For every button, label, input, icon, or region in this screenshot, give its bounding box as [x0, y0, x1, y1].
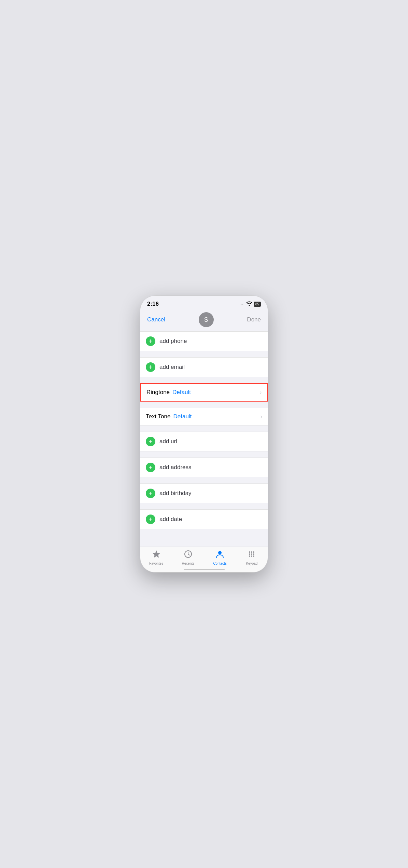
status-bar: 2:16 ···· 85: [140, 296, 268, 309]
svg-point-4: [253, 551, 254, 553]
add-email-icon: +: [146, 362, 155, 372]
add-address-row[interactable]: + add address: [140, 458, 268, 477]
add-url-icon: +: [146, 437, 155, 446]
cancel-button[interactable]: Cancel: [147, 316, 165, 323]
contacts-icon: [215, 550, 224, 561]
add-address-label: add address: [159, 464, 192, 471]
text-tone-label: Text Tone: [146, 413, 170, 420]
recents-icon: [184, 550, 193, 561]
text-tone-row[interactable]: Text Tone Default ›: [140, 408, 268, 425]
ringtone-label: Ringtone: [146, 389, 170, 396]
gap-4: [140, 425, 268, 432]
add-phone-icon: +: [146, 336, 155, 346]
gap-1: [140, 351, 268, 357]
add-date-label: add date: [159, 516, 182, 523]
bottom-spacer: [140, 529, 268, 545]
ringtone-row[interactable]: Ringtone Default ›: [141, 384, 267, 401]
svg-point-9: [251, 555, 252, 557]
signal-icon: ····: [240, 302, 245, 306]
tab-contacts[interactable]: Contacts: [204, 550, 236, 565]
tab-favorites[interactable]: Favorites: [140, 550, 172, 565]
home-indicator: [184, 569, 225, 570]
text-tone-value: Default: [173, 413, 192, 420]
gap-5: [140, 451, 268, 458]
nav-bar: Cancel S Done: [140, 309, 268, 331]
ringtone-value: Default: [172, 389, 191, 396]
text-tone-chevron: ›: [261, 414, 262, 420]
add-birthday-label: add birthday: [159, 490, 192, 497]
done-button[interactable]: Done: [247, 316, 261, 323]
recents-label: Recents: [182, 562, 195, 565]
text-tone-section: Text Tone Default ›: [140, 408, 268, 425]
ringtone-section: Ringtone Default ›: [140, 383, 268, 402]
contacts-label: Contacts: [213, 562, 226, 565]
favorites-label: Favorites: [149, 562, 163, 565]
tab-recents[interactable]: Recents: [172, 550, 204, 565]
add-phone-label: add phone: [159, 338, 187, 345]
text-tone-left: Text Tone Default: [146, 413, 192, 420]
gap-3: [140, 402, 268, 408]
add-birthday-row[interactable]: + add birthday: [140, 484, 268, 503]
gap-2: [140, 377, 268, 383]
svg-point-5: [249, 553, 250, 555]
main-content: + add phone + add email Ringtone Default…: [140, 331, 268, 545]
svg-point-3: [251, 551, 252, 553]
add-birthday-icon: +: [146, 489, 155, 498]
svg-point-1: [218, 551, 222, 554]
add-address-icon: +: [146, 463, 155, 472]
add-date-row[interactable]: + add date: [140, 510, 268, 529]
svg-point-7: [253, 553, 254, 555]
keypad-icon: [247, 550, 256, 561]
add-url-row[interactable]: + add url: [140, 432, 268, 451]
phone-frame: 2:16 ···· 85 Cancel S Done + add phone: [140, 295, 268, 573]
svg-point-8: [249, 555, 250, 557]
wifi-icon: [247, 301, 252, 307]
svg-point-10: [253, 555, 254, 557]
svg-point-6: [251, 553, 252, 555]
status-time: 2:16: [147, 301, 159, 307]
gap-6: [140, 477, 268, 483]
add-phone-row[interactable]: + add phone: [140, 332, 268, 351]
add-email-row[interactable]: + add email: [140, 358, 268, 377]
ringtone-left: Ringtone Default: [146, 389, 191, 396]
favorites-icon: [152, 550, 161, 561]
tab-keypad[interactable]: Keypad: [236, 550, 268, 565]
svg-point-2: [249, 551, 250, 553]
gap-7: [140, 503, 268, 509]
avatar: S: [199, 312, 214, 327]
ringtone-chevron: ›: [260, 389, 262, 395]
add-date-icon: +: [146, 515, 155, 524]
keypad-label: Keypad: [246, 562, 257, 565]
tab-bar: Favorites Recents Contacts: [140, 547, 268, 572]
add-url-label: add url: [159, 438, 177, 445]
add-email-label: add email: [159, 364, 185, 371]
status-icons: ···· 85: [240, 301, 261, 307]
battery-indicator: 85: [254, 302, 261, 307]
